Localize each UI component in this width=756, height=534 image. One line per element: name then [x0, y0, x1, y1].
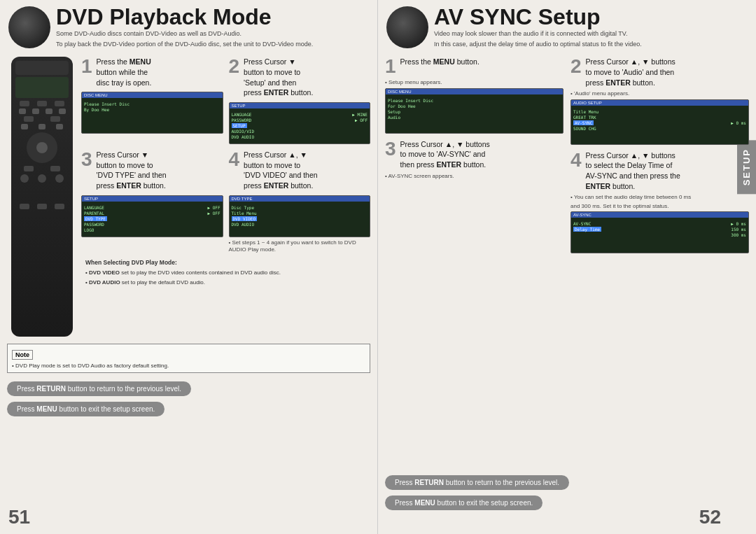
dvd-return-btn: Press RETURN Press RETURN button to retu… — [7, 381, 191, 396]
dvd-subtitle1: Some DVD-Audio discs contain DVD-Video a… — [56, 29, 313, 38]
av-title: AV SYNC Setup — [434, 6, 642, 28]
page-num-left: 51 — [8, 506, 30, 528]
av-step-1-screen: DISC MENU Please Insert Disc For Doo Hee… — [385, 88, 564, 134]
avs4r2: Delay Time150 ms — [573, 227, 746, 232]
remote-btn-8 — [24, 116, 34, 122]
remote-btn-row-3 — [15, 116, 69, 122]
dvd-step-1-text: Press the MENUbutton while thedisc tray … — [97, 57, 152, 87]
remote-circle-1 — [20, 174, 29, 183]
remote-dpad-center — [36, 142, 48, 153]
note-text: • DVD Play mode is set to DVD Audio as f… — [12, 362, 365, 370]
screen-2-title: SETUP — [230, 103, 370, 108]
remote-btn-17 — [55, 204, 64, 209]
dvd-header: DVD Playback Mode Some DVD-Audio discs c… — [0, 0, 377, 54]
s4r4: DVD AUDIO — [232, 222, 368, 227]
s2r5: DVD AUDIO — [232, 134, 368, 139]
av-screen-1-title: DISC MENU — [386, 89, 563, 94]
remote-btn-row-6 — [15, 204, 69, 209]
dvd-steps-grid: 1 Press the MENUbutton while thedisc tra… — [81, 57, 370, 253]
av-step-2-note: • 'Audio' menu appears. — [570, 90, 749, 97]
dvd-step-2-header: 2 Press Cursor ▼button to move to'Setup'… — [229, 57, 371, 98]
screen-3-title: SETUP — [82, 196, 223, 202]
dvd-step-4-number: 4 — [229, 150, 240, 169]
dvd-icon — [8, 6, 50, 48]
s3r2: PARENTAL▶ OFF — [84, 211, 220, 216]
remote-col — [7, 57, 77, 337]
av-screen-2-content: Title Menu GREAT TRK AV-SYNC▶ 0 ms SOUND… — [571, 107, 748, 134]
dvd-note-box: Note • DVD Play mode is set to DVD Audio… — [7, 344, 370, 373]
av-step-2-number: 2 — [570, 57, 582, 76]
av-steps-area: 1 Press the MENU button. • Setup menu ap… — [378, 54, 756, 262]
s4r2: Title Menu — [232, 211, 368, 216]
s4r1: Disc Type — [232, 205, 368, 210]
av-icon — [386, 6, 428, 48]
dvd-step-4: 4 Press Cursor ▲, ▼button to move to'DVD… — [229, 150, 371, 254]
remote-btn-3 — [55, 101, 64, 106]
dvd-content: 1 Press the MENUbutton while thedisc tra… — [0, 54, 377, 339]
dvd-steps-col: 1 Press the MENUbutton while thedisc tra… — [77, 57, 370, 337]
remote-top — [15, 61, 69, 75]
av-steps-left-col: 1 Press the MENU button. • Setup menu ap… — [385, 57, 564, 259]
dvd-step-2-number: 2 — [229, 57, 240, 76]
av-steps-right-col: 2 Press Cursor ▲, ▼ buttonsto move to 'A… — [570, 57, 749, 259]
remote-btn-row-5 — [15, 166, 69, 171]
av-step-4-note1: • You can set the audio delay time betwe… — [570, 194, 749, 201]
av-step-3-note: • AV-SYNC screen appears. — [385, 173, 564, 180]
av-screen-4-content: AV-SYNC▶ 0 ms Delay Time150 ms 300 ms — [571, 219, 748, 240]
dvd-step-4-screen: DVD TYPE Disc Type Title Menu DVD VIDEO … — [229, 195, 371, 237]
av-step-2-screen: AUDIO SETUP Title Menu GREAT TRK AV-SYNC… — [570, 99, 749, 145]
remote-btn-13 — [24, 166, 34, 171]
dvd-step-2-text: Press Cursor ▼button to move to'Setup' a… — [244, 57, 313, 98]
s2r4: AUDIO/VID — [232, 129, 368, 134]
s3r4: PASSWORD — [84, 222, 220, 227]
avs1r1: Please Insert Disc — [388, 98, 561, 103]
av-step-1-number: 1 — [385, 57, 396, 76]
av-bottom-bar: Press RETURN button to return to the pre… — [378, 471, 728, 513]
av-step-2-text: Press Cursor ▲, ▼ buttonsto move to 'Aud… — [586, 57, 676, 87]
dvd-step-1-header: 1 Press the MENUbutton while thedisc tra… — [81, 57, 223, 87]
remote-btn-7 — [59, 108, 66, 114]
av-subtitle1: Video may look slower than the audio if … — [434, 29, 642, 38]
setup-tab: SETUP — [737, 140, 756, 194]
remote-btn-15 — [20, 204, 29, 209]
s2r2: PASSWORD▶ OFF — [232, 118, 368, 122]
dvd-step-1-number: 1 — [81, 57, 92, 76]
av-step-3: 3 Press Cursor ▲, ▼ buttonsto move to 'A… — [385, 139, 564, 180]
dvd-mode-note: When Selecting DVD Play Mode: • DVD VIDE… — [81, 256, 370, 288]
left-section: DVD Playback Mode Some DVD-Audio discs c… — [0, 0, 378, 534]
screen-2-content: LANGUAGE▶ MINE PASSWORD▶ OFF SETUP AUDIO… — [230, 110, 370, 142]
av-step-4-number: 4 — [570, 150, 582, 170]
dvd-step-3-header: 3 Press Cursor ▼button to move to'DVD TY… — [81, 150, 223, 191]
screen-1-content: Please Insert Disc By Doo Hee — [82, 99, 223, 115]
avs2r1: Title Menu — [573, 109, 746, 114]
dvd-step-1-screen: DISC MENU Please Insert Disc By Doo Hee — [81, 92, 223, 134]
av-step-1: 1 Press the MENU button. • Setup menu ap… — [385, 57, 564, 133]
remote-control — [11, 57, 73, 337]
note-label: Note — [12, 350, 33, 360]
av-step-4: 4 Press Cursor ▲, ▼ buttonsto select the… — [570, 150, 749, 254]
av-return-btn: Press RETURN button to return to the pre… — [385, 475, 569, 490]
dvd-title: DVD Playback Mode — [56, 6, 313, 28]
av-screen-2-title: AUDIO SETUP — [571, 100, 748, 106]
remote-btn-1 — [20, 101, 29, 106]
avs4r3: 300 ms — [573, 232, 746, 237]
dvd-subtitle2: To play back the DVD-Video portion of th… — [56, 40, 313, 49]
remote-btn-14 — [50, 166, 60, 171]
av-screen-1-content: Please Insert Disc For Doo Hee Setup Aud… — [386, 96, 563, 122]
screen-row-1: Please Insert Disc — [84, 101, 220, 106]
av-step-4-text: Press Cursor ▲, ▼ buttonsto select the D… — [586, 150, 680, 192]
s2r1: LANGUAGE▶ MINE — [232, 112, 368, 117]
av-step-1-text: Press the MENU button. — [400, 57, 479, 67]
avs1r3: Setup — [388, 109, 561, 114]
avs2r3: AV-SYNC▶ 0 ms — [573, 120, 746, 125]
remote-btn-4 — [19, 108, 26, 114]
s3r1: LANGUAGE▶ OFF — [84, 205, 220, 210]
dvd-video-note: • DVD VIDEO set to play the DVD video co… — [85, 269, 366, 276]
dvd-audio-note: • DVD AUDIO set to play the default DVD … — [85, 279, 366, 286]
screen-3-content: LANGUAGE▶ OFF PARENTAL▶ OFF DVD TYPE PAS… — [82, 203, 223, 235]
dvd-step-3-screen: SETUP LANGUAGE▶ OFF PARENTAL▶ OFF DVD TY… — [81, 195, 223, 237]
remote-btn-row-4 — [15, 124, 69, 129]
remote-screen — [15, 77, 69, 98]
remote-btn-9 — [50, 116, 60, 122]
av-step-3-number: 3 — [385, 139, 396, 159]
